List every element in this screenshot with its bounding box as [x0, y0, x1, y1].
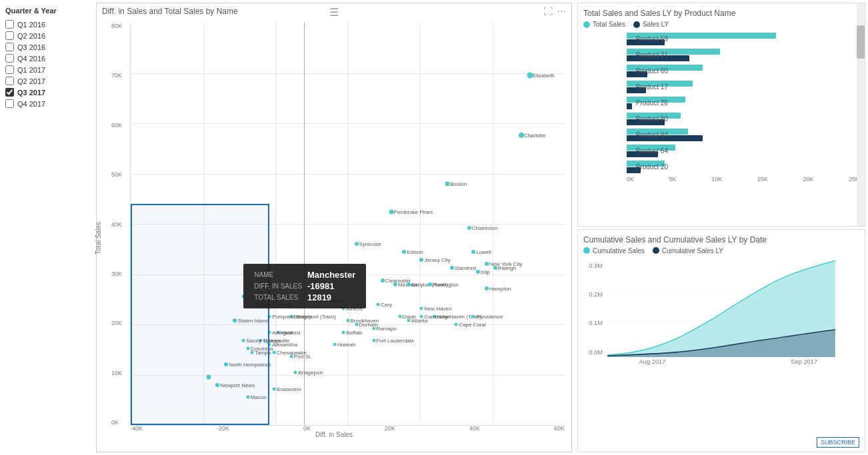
scatter-dot[interactable]: [251, 351, 254, 354]
scatter-dot[interactable]: [355, 323, 358, 326]
bar-product-label: Product 20: [627, 163, 668, 171]
scatter-dot[interactable]: [402, 250, 406, 254]
scatter-dot[interactable]: [272, 351, 275, 354]
scatter-dot[interactable]: [377, 302, 380, 306]
scatter-dot[interactable]: [333, 343, 336, 346]
svg-text:0.0M: 0.0M: [589, 348, 603, 355]
y-axis-label: Total Sales: [95, 222, 102, 254]
scatter-dot[interactable]: [471, 250, 475, 254]
scatter-dot[interactable]: [467, 226, 471, 230]
subscribe-button[interactable]: SUBSCRIBE: [817, 437, 859, 448]
scatter-dot[interactable]: [268, 343, 271, 346]
area-chart-panel: Cumulative Sales and Cumulative Sales LY…: [577, 229, 865, 453]
scatter-dot[interactable]: [242, 339, 245, 342]
scatter-dot[interactable]: [476, 270, 480, 274]
scatter-dot[interactable]: [233, 318, 237, 322]
bar-row: Product 60: [627, 64, 859, 77]
scatter-dot[interactable]: [389, 209, 393, 214]
bar-product-label: Product 80: [627, 115, 668, 123]
scatter-dot[interactable]: [455, 323, 458, 326]
scatter-dot[interactable]: [268, 314, 271, 318]
plot-area[interactable]: ElizabethCharlotteBostonPembroke PinesCh…: [130, 23, 565, 426]
filter-item[interactable]: Q3 2016: [5, 43, 88, 51]
filter-item[interactable]: Q3 2017: [5, 88, 88, 97]
scatter-dot[interactable]: [246, 395, 249, 398]
scatter-dot[interactable]: [246, 347, 249, 350]
filter-checkbox[interactable]: [5, 88, 14, 97]
x-axis-label: Diff. in Sales: [315, 431, 353, 438]
scatter-dot[interactable]: [207, 374, 211, 379]
area-chart-svg: 0.3M0.2M0.1M0.0MAug 2017Sep 2017: [583, 257, 859, 368]
scatter-dot[interactable]: [420, 306, 423, 310]
filter-item[interactable]: Q1 2017: [5, 65, 88, 74]
scatter-dot[interactable]: [268, 331, 271, 334]
drag-handle-icon[interactable]: ☰: [329, 6, 339, 19]
dot-label: Charlotte: [524, 133, 545, 139]
scatter-dot[interactable]: [428, 282, 432, 286]
svg-text:0.3M: 0.3M: [589, 262, 603, 268]
scatter-dot[interactable]: [224, 362, 228, 366]
scatter-dot[interactable]: [341, 331, 345, 334]
scatter-dot[interactable]: [472, 314, 475, 318]
filter-item[interactable]: Q2 2017: [5, 77, 88, 85]
scatter-dot[interactable]: [355, 242, 359, 246]
dot-label: Huntington: [433, 281, 459, 287]
bar-legend-item: Sales LY: [633, 21, 669, 28]
filter-checkbox[interactable]: [5, 65, 14, 74]
scatter-dot[interactable]: [450, 266, 454, 270]
bar-product-label: Product 26: [627, 99, 668, 107]
dot-label: Brookhaven: [351, 317, 379, 323]
bar-row: Product 80: [627, 112, 859, 125]
scatter-dot[interactable]: [294, 371, 297, 374]
scatter-dot[interactable]: [445, 181, 450, 186]
scatter-dot[interactable]: [407, 282, 411, 286]
filter-item[interactable]: Q4 2016: [5, 54, 88, 63]
dot-label: Providence: [476, 313, 503, 319]
scatter-dot[interactable]: [277, 331, 280, 334]
scatter-dot[interactable]: [272, 387, 275, 390]
filter-checkbox[interactable]: [5, 31, 14, 40]
scatter-dot[interactable]: [485, 262, 489, 266]
scatter-dot[interactable]: [372, 327, 375, 330]
scatter-dot[interactable]: [419, 258, 423, 262]
scatter-dot[interactable]: [433, 314, 436, 318]
filter-label: Q2 2016: [17, 32, 45, 40]
filter-checkbox[interactable]: [5, 20, 14, 29]
scatter-dot[interactable]: [519, 133, 524, 138]
dot-label: Hartford: [281, 330, 300, 336]
filter-item[interactable]: Q1 2016: [5, 20, 88, 29]
filter-checkbox[interactable]: [5, 54, 14, 63]
legend-label: Cumulative Sales: [593, 247, 645, 254]
scatter-dot[interactable]: [259, 339, 263, 342]
scatter-dot[interactable]: [289, 355, 293, 358]
bar-product-label: Product 60: [627, 67, 668, 75]
scatter-dot[interactable]: [407, 318, 410, 322]
scatter-dot[interactable]: [493, 266, 497, 270]
filter-item[interactable]: Q4 2017: [5, 99, 88, 108]
legend-label: Total Sales: [593, 21, 625, 28]
scatter-dot[interactable]: [289, 314, 293, 318]
filter-checkbox[interactable]: [5, 99, 14, 108]
scrollbar[interactable]: [857, 3, 865, 226]
scatter-dot[interactable]: [381, 278, 385, 282]
filter-label: Q1 2017: [17, 66, 45, 74]
expand-icon[interactable]: ⛶: [543, 6, 553, 17]
scatter-dot[interactable]: [372, 339, 375, 342]
scatter-dot[interactable]: [527, 72, 533, 78]
y-axis-ticks: 80K70K60K50K40K30K20K10K0K: [111, 23, 122, 426]
scatter-dot[interactable]: [420, 314, 423, 318]
scatter-dot[interactable]: [398, 314, 401, 318]
bar-row: Product 84: [627, 128, 859, 141]
selection-box: [131, 204, 269, 425]
dot-label: New Haven: [424, 305, 451, 311]
scatter-dot[interactable]: [346, 318, 349, 322]
scatter-dot[interactable]: [393, 282, 397, 286]
scrollbar-thumb[interactable]: [857, 25, 865, 59]
more-icon[interactable]: ⋯: [557, 6, 566, 17]
bar-x-ticks: 0K5K10K15K20K25K: [583, 176, 859, 183]
scatter-dot[interactable]: [485, 286, 489, 290]
filter-item[interactable]: Q2 2016: [5, 31, 88, 40]
scatter-dot[interactable]: [215, 383, 219, 387]
filter-checkbox[interactable]: [5, 77, 14, 85]
filter-checkbox[interactable]: [5, 43, 14, 51]
